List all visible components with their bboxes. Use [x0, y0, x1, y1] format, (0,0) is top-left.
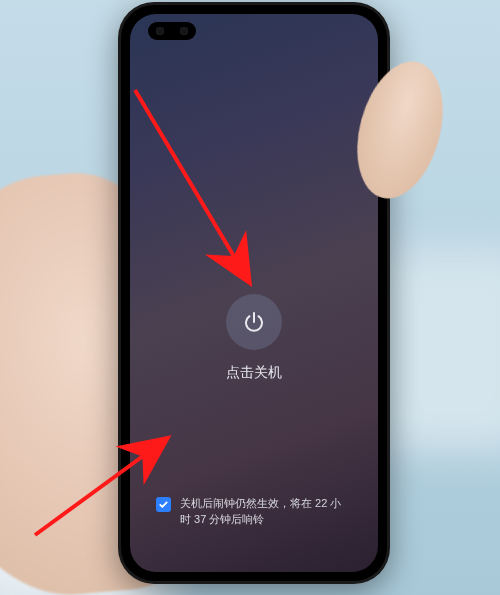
- power-off-label: 点击关机: [226, 364, 282, 382]
- alarm-text: 关机后闹钟仍然生效，将在 22 小时 37 分钟后响铃: [180, 496, 352, 528]
- annotation-arrow-2: [30, 420, 190, 544]
- svg-line-0: [135, 90, 248, 280]
- annotation-arrow-1: [130, 85, 270, 299]
- power-off-button[interactable]: [226, 294, 282, 350]
- svg-line-1: [35, 440, 165, 535]
- camera-cutout: [148, 22, 196, 40]
- power-icon: [242, 310, 266, 334]
- power-menu: 点击关机: [226, 294, 282, 382]
